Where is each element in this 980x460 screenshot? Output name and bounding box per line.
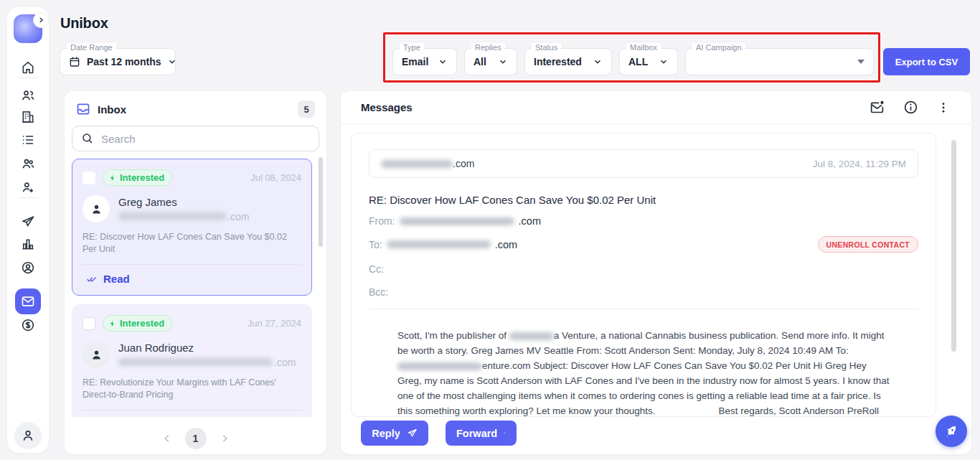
filter-type-value: Email <box>402 56 428 67</box>
info-icon[interactable] <box>903 100 918 115</box>
contacts-icon[interactable] <box>21 88 35 103</box>
filter-mailbox-select[interactable]: Mailbox ALL <box>619 48 678 75</box>
filter-mailbox-value: ALL <box>628 56 648 67</box>
search-icon <box>81 132 94 145</box>
card-divider <box>83 264 301 265</box>
export-to-csv-button[interactable]: Export to CSV <box>883 48 970 75</box>
email-checkbox[interactable] <box>83 172 95 184</box>
card-divider <box>83 410 301 410</box>
to-label: To: <box>369 239 382 250</box>
filter-mailbox-label: Mailbox <box>626 43 661 52</box>
list-scrollbar[interactable] <box>319 157 323 247</box>
status-badge: Interested <box>103 169 172 186</box>
message-body: Scott, I'm the publisher of a Venture, a… <box>397 328 891 417</box>
unibox-app: Unibox Date Range Past 12 months Type Em… <box>0 0 980 460</box>
avatar <box>83 195 110 222</box>
redacted-text <box>397 362 482 370</box>
email-sender-address: .com <box>118 211 249 222</box>
prev-page-button[interactable] <box>162 433 172 443</box>
redacted-email <box>118 212 226 220</box>
from-row: From: .com <box>369 215 918 227</box>
chevron-down-icon <box>438 57 448 67</box>
unibox-mail-icon[interactable] <box>15 288 41 314</box>
filter-replies-value: All <box>473 56 486 67</box>
email-list-item[interactable]: Interested Jun 27, 2024 Juan Rodriguez .… <box>72 304 312 417</box>
reply-button[interactable]: Reply <box>361 421 428 446</box>
home-icon[interactable] <box>21 60 35 75</box>
message-sender-box: .com Jul 8, 2024, 11:29 PM <box>369 149 918 178</box>
analytics-icon[interactable] <box>21 237 35 251</box>
chevron-down-icon <box>498 57 508 67</box>
email-sender-name: Juan Rodriguez <box>118 342 296 354</box>
thread-divider <box>369 309 918 309</box>
more-options-icon[interactable] <box>937 101 950 114</box>
bcc-row: Bcc: <box>369 286 918 298</box>
email-checkbox[interactable] <box>83 317 95 330</box>
chevron-down-icon <box>593 57 603 67</box>
date-range-label: Date Range <box>67 43 116 52</box>
caret-down-icon <box>857 60 864 64</box>
inbox-count-badge: 5 <box>298 100 315 118</box>
email-subject: RE: Revolutionize Your Margins with LAF … <box>83 377 301 401</box>
inbox-header: Inbox 5 <box>72 100 319 118</box>
inbox-panel: Inbox 5 Interested Jul 08, 2024 <box>65 91 326 454</box>
calendar-icon <box>69 56 80 67</box>
sidebar-divider <box>18 197 38 198</box>
lists-icon[interactable] <box>21 133 35 147</box>
filter-type-select[interactable]: Type Email <box>392 48 457 75</box>
company-icon[interactable] <box>21 110 35 124</box>
search-input[interactable] <box>101 133 310 145</box>
next-page-button[interactable] <box>220 433 230 443</box>
filter-ai-campaign-label: AI Campaign <box>692 43 745 52</box>
bolt-icon <box>109 319 116 328</box>
assistant-fab-button[interactable] <box>936 416 967 447</box>
send-icon <box>504 428 506 438</box>
email-list: Interested Jul 08, 2024 Greg James .com <box>72 159 319 417</box>
page-title: Unibox <box>60 15 108 32</box>
forward-button[interactable]: Forward <box>446 421 517 446</box>
page-number[interactable]: 1 <box>185 428 207 449</box>
avatar <box>83 341 110 368</box>
messages-header: Messages <box>341 91 971 124</box>
redacted-email <box>400 217 514 225</box>
inbox-search[interactable] <box>72 126 319 151</box>
inbox-title: Inbox <box>98 103 126 116</box>
mark-unread-icon[interactable] <box>870 100 885 115</box>
filter-ai-campaign-select[interactable]: AI Campaign <box>685 48 874 75</box>
from-label: From: <box>369 215 395 227</box>
add-contact-icon[interactable] <box>21 180 35 194</box>
filter-replies-select[interactable]: Replies All <box>464 48 517 75</box>
redacted-email <box>387 240 491 248</box>
cc-label: Cc: <box>369 263 384 275</box>
people-icon[interactable] <box>21 156 35 171</box>
cc-row: Cc: <box>369 263 918 275</box>
messages-scrollbar[interactable] <box>951 140 956 352</box>
message-thread: .com Jul 8, 2024, 11:29 PM RE: Discover … <box>351 133 936 417</box>
chevron-down-icon <box>659 57 669 67</box>
inbox-icon <box>76 102 90 116</box>
billing-icon[interactable] <box>21 318 35 332</box>
sender-suffix: .com <box>453 158 474 169</box>
mark-read-link[interactable]: Read <box>83 273 301 285</box>
filter-status-value: Interested <box>534 56 582 67</box>
unenroll-contact-button[interactable]: UNENROLL CONTACT <box>818 236 918 253</box>
redacted-email <box>381 160 453 168</box>
account-icon[interactable] <box>21 260 35 275</box>
message-subject: RE: Discover How LAF Cones Can Save You … <box>369 194 918 206</box>
user-profile-avatar[interactable] <box>14 422 42 449</box>
message-datetime: Jul 8, 2024, 11:29 PM <box>813 159 906 169</box>
date-range-select[interactable]: Date Range Past 12 months <box>60 48 176 75</box>
sidebar-expand-button[interactable] <box>33 12 49 28</box>
double-check-icon <box>85 274 98 284</box>
send-campaigns-icon[interactable] <box>21 214 35 228</box>
email-list-item[interactable]: Interested Jul 08, 2024 Greg James .com <box>72 159 312 296</box>
redacted-text <box>509 332 554 340</box>
messages-panel: Messages .com Jul 8, 2024, 11:29 PM RE: … <box>341 91 971 454</box>
redacted-email <box>118 358 273 366</box>
send-icon <box>407 428 418 438</box>
filter-status-select[interactable]: Status Interested <box>524 48 612 75</box>
chevron-down-icon <box>167 57 177 67</box>
messages-title: Messages <box>361 101 413 113</box>
email-subject: RE: Discover How LAF Cones Can Save You … <box>83 231 301 255</box>
email-date: Jul 08, 2024 <box>250 172 301 183</box>
